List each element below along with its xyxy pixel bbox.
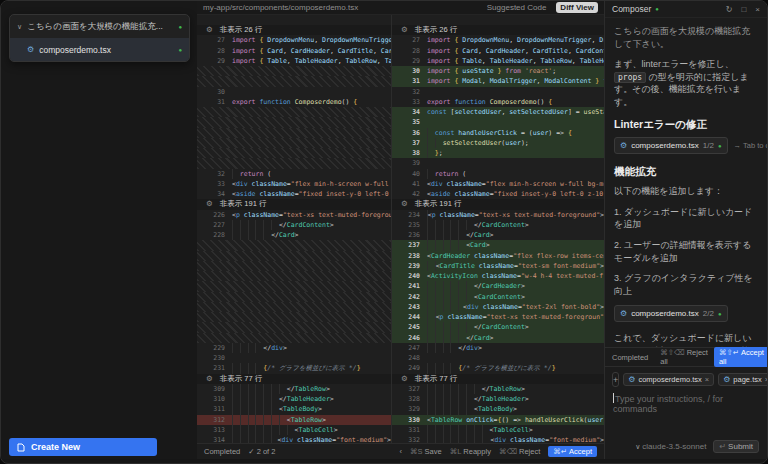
code-token: TableRow <box>295 384 326 394</box>
reject-button[interactable]: ⌘⌫Reject <box>499 447 540 456</box>
hidden-lines-header[interactable]: ⚙非表示 26 行 <box>197 25 391 35</box>
diff-filler-row <box>197 292 391 302</box>
hidden-lines-header[interactable]: ⚙非表示 191 行 <box>392 199 604 209</box>
history-icon[interactable]: ↻ <box>726 5 733 14</box>
input-placeholder: Type your instructions, / for commands <box>613 394 723 414</box>
indent-guides <box>427 394 474 404</box>
modified-dot-icon: ● <box>718 310 722 318</box>
line-number: 226 <box>197 210 232 220</box>
code-token: , <box>501 107 509 117</box>
code-token: </ <box>279 220 287 230</box>
add-context-button[interactable]: + <box>612 372 619 387</box>
code-token: selectedUser <box>454 107 501 117</box>
hidden-lines-header[interactable]: ⚙非表示 26 行 <box>392 25 604 35</box>
code-token: user <box>588 415 604 425</box>
tab-suggested-code[interactable]: Suggested Code <box>483 2 551 13</box>
code-token: > <box>525 394 529 404</box>
remove-chip-icon[interactable]: × <box>705 375 709 384</box>
hidden-lines-header[interactable]: ⚙非表示 191 行 <box>197 199 391 209</box>
create-new-label: Create New <box>31 442 80 452</box>
code-token: ] <box>568 107 576 117</box>
diff-filler-row <box>197 333 391 343</box>
close-icon[interactable]: × <box>755 5 760 14</box>
line-number: 27 <box>392 35 427 45</box>
back-chevron-icon[interactable]: ‹ <box>400 447 403 456</box>
tab-diff-view[interactable]: Diff View <box>556 2 598 13</box>
diff-row: 29import { Table, TableHeader, TableRow,… <box>197 56 391 66</box>
file-item-composerdemo[interactable]: ⚙ composerdemo.tsx ● <box>10 38 189 61</box>
code-token: TableBody <box>478 404 513 414</box>
pop-out-icon[interactable]: □ <box>741 5 746 14</box>
code-token: ( <box>263 169 271 179</box>
fold-gear-icon: ⚙ <box>206 199 213 209</box>
hidden-lines-header[interactable]: ⚙非表示 77 行 <box>197 374 391 384</box>
diff-filler-row <box>197 66 391 76</box>
diff-row: 31export function Composerdemo() { <box>197 97 391 107</box>
context-chip-page[interactable]: ⚙ page.tsx × <box>718 373 768 386</box>
composer-files-group[interactable]: ∨ こちらの画面を大規模の機能拡充... ● <box>10 15 189 38</box>
diff-row: 249{/* グラフを横並びに表示 */} <box>392 363 604 373</box>
instructions-input[interactable]: Type your instructions, / for commands <box>605 390 767 440</box>
reapply-button[interactable]: ⌘LReapply <box>450 447 491 456</box>
indent-guides <box>427 425 490 435</box>
reject-all-button[interactable]: ⌘⇧⌫Reject all <box>660 348 708 366</box>
diff-row: 327</TableRow> <box>392 384 604 394</box>
submit-shortcut: ↵ <box>719 442 726 451</box>
code-token: "w-4 h-4 text-muted-f" <box>521 271 604 281</box>
file-pill-name: composerdemo.tsx <box>631 140 699 151</box>
diff-row: 30import { useState } from 'react'; <box>392 66 604 76</box>
model-selector[interactable]: ∨ claude-3.5-sonnet <box>635 442 706 451</box>
indent-guides <box>427 322 474 332</box>
line-number: 230 <box>197 353 232 363</box>
file-pill-2[interactable]: ⚙ composerdemo.tsx 2/2 ● <box>614 305 728 322</box>
line-number: 31 <box>197 97 232 107</box>
diff-row: 313<TableCell> <box>197 425 391 435</box>
line-number: 327 <box>392 384 427 394</box>
code-token: { <box>548 97 552 107</box>
file-pill-row-2: ⚙ composerdemo.tsx 2/2 ● <box>614 305 758 322</box>
diff-row: 27import { DropdownMenu, DropdownMenuTri… <box>392 35 604 45</box>
code-token: className <box>293 435 332 443</box>
code-token: "text-2xl font-bold" <box>522 302 600 312</box>
code-token: </ <box>263 343 271 353</box>
code-token: className <box>451 189 490 199</box>
code-token: className <box>444 312 483 322</box>
code-token: </ <box>482 384 490 394</box>
diff-row: 230 <box>197 353 391 363</box>
code-token: </ <box>466 230 474 240</box>
composer-files-group-title: こちらの画面を大規模の機能拡充... <box>27 21 173 33</box>
line-number: 241 <box>392 281 427 291</box>
code-token: className <box>478 271 517 281</box>
diff-statusbar: Completed ✓ 2 of 2 ‹ ⌘SSave ⌘LReapply ⌘⌫… <box>197 443 604 459</box>
indent-guides <box>232 435 277 443</box>
diff-row: 229</div> <box>197 343 391 353</box>
code-token: DropdownMenu <box>458 35 509 45</box>
new-file-icon <box>17 443 25 452</box>
code-token: "font-medium" <box>336 435 387 443</box>
code-token: CardContent <box>478 292 521 302</box>
indent-guides <box>232 394 279 404</box>
code-token: aside <box>236 189 256 199</box>
file-pill-1[interactable]: ⚙ composerdemo.tsx 1/2 ● <box>614 137 728 154</box>
context-chip-composerdemo[interactable]: ⚙ composerdemo.tsx × <box>623 373 714 386</box>
code-token: ); <box>521 138 529 148</box>
save-button[interactable]: ⌘SSave <box>410 447 442 456</box>
code-token: ; <box>552 66 556 76</box>
indent-guides <box>232 220 279 230</box>
submit-button[interactable]: ↵Submit <box>713 440 759 453</box>
accept-all-button[interactable]: ⌘⇧↵Accept all <box>714 347 768 367</box>
code-token: Composerdemo <box>490 97 537 107</box>
diff-row: 234<p className="text-xs text-muted-fore… <box>392 210 604 220</box>
accept-button[interactable]: ⌘↵Accept <box>548 446 597 457</box>
code-token: CardTitle <box>529 46 568 56</box>
create-new-button[interactable]: Create New <box>9 438 157 456</box>
indent-guides <box>427 435 490 443</box>
explorer-sidebar: ∨ こちらの画面を大規模の機能拡充... ● ⚙ composerdemo.ts… <box>1 1 198 459</box>
tsx-file-icon: ⚙ <box>620 140 627 151</box>
diff-row: 328</TableHeader> <box>392 394 604 404</box>
hidden-lines-header[interactable]: ⚙非表示 77 行 <box>392 374 604 384</box>
code-token: CardHeader <box>431 251 470 261</box>
code-token: import <box>427 66 454 76</box>
code-token: setSelectedUser <box>509 107 568 117</box>
code-token: TableRow <box>490 384 521 394</box>
